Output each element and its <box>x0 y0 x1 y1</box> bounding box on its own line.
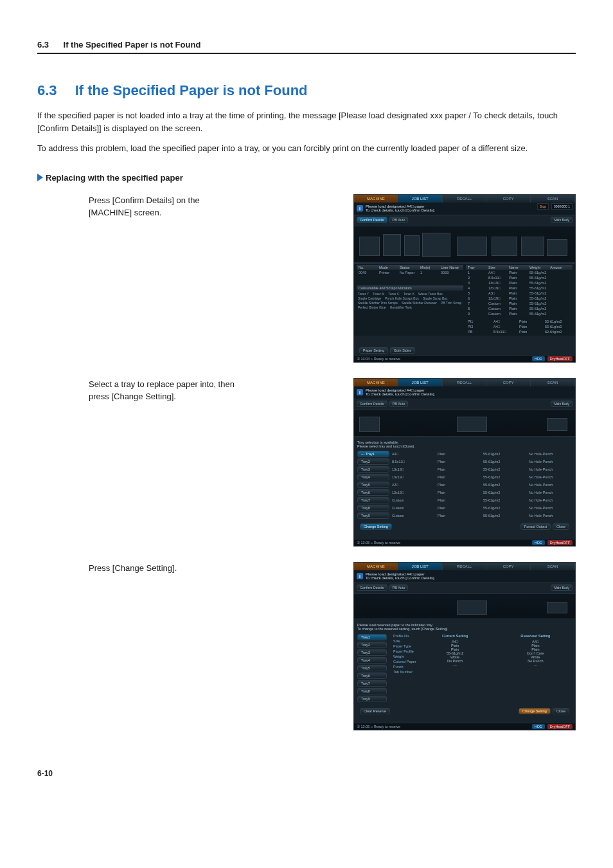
clear-reserve-button[interactable]: Clear Reserve <box>360 708 390 714</box>
confirm-details-button[interactable]: Confirm Details <box>357 217 387 223</box>
tab-joblist[interactable]: JOB LIST <box>398 195 443 203</box>
screen-footer: ① 13:05 ⌂ Ready to receive HDD DryHeatOF… <box>354 539 575 546</box>
close-button[interactable]: Close <box>553 523 569 530</box>
screen-tabs: MACHINE JOB LIST RECALL COPY SCAN <box>354 379 575 386</box>
info-bar: i Please load designated A4□ paper To ch… <box>354 386 575 399</box>
step-1-screenshot: MACHINE JOB LIST RECALL COPY SCAN i Plea… <box>353 194 576 363</box>
confirm-details-button[interactable]: Confirm Details <box>357 584 387 591</box>
reserved-row[interactable]: 0045 Printer No Paper 1 0033 <box>357 270 463 275</box>
confirm-details-button[interactable]: Confirm Details <box>357 401 387 407</box>
screen-footer: ① 13:05 ⌂ Ready to receive HDD DryHeatOF… <box>354 723 575 730</box>
tray-button[interactable]: Tray9 <box>357 696 387 702</box>
pi-tray-row: PI2A4□Plain55-61g/m2 <box>466 324 573 329</box>
tab-machine[interactable]: MACHINE <box>354 379 398 386</box>
tray-row: Tray9CustomPlain55-61g/m2No Hole-Punch <box>357 512 572 519</box>
paper-tray-row: 1A4□Plain55-61g/m2 <box>466 270 573 275</box>
current-value: --- <box>418 663 491 667</box>
tray-button[interactable]: Tray7 <box>357 680 387 687</box>
footer-time: ① 13:04 ⌂ Ready to receive <box>357 357 400 361</box>
step-1: Press [Confirm Details] on the [MACHINE]… <box>37 194 576 363</box>
tab-machine[interactable]: MACHINE <box>354 563 398 570</box>
tab-copy[interactable]: COPY <box>486 563 531 570</box>
tab-joblist[interactable]: JOB LIST <box>398 379 443 386</box>
pb-auto-pill[interactable]: PB Auto <box>389 401 409 407</box>
tray-button[interactable]: Tray3 <box>357 466 389 473</box>
step-2-text: Select a tray to replace paper into, the… <box>37 378 238 403</box>
setting-label: Tab Number <box>393 670 416 674</box>
info-icon: i <box>357 389 363 395</box>
dryheat-indicator: DryHeatOFF <box>547 724 573 729</box>
paper-tray-row: 413x19□Plain55-61g/m2 <box>466 285 573 291</box>
tray-button[interactable]: Tray6 <box>357 489 389 496</box>
paper-tray-row: 313x19□Plain55-61g/m2 <box>466 280 573 285</box>
tab-scan[interactable]: SCAN <box>531 563 575 570</box>
forced-output-button[interactable]: Forced Output <box>520 523 551 530</box>
mainbody-label: Main Body <box>551 584 573 591</box>
dryheat-indicator: DryHeatOFF <box>547 540 573 545</box>
tray-button[interactable]: Tray2 <box>357 458 389 465</box>
machine-screen-1: MACHINE JOB LIST RECALL COPY SCAN i Plea… <box>353 194 576 363</box>
section-heading: 6.3 If the Specified Paper is not Found <box>37 82 576 99</box>
pb-auto-pill[interactable]: PB Auto <box>389 217 409 223</box>
info-icon: i <box>357 573 363 579</box>
setting-label: Colored Paper <box>393 660 416 664</box>
tab-machine[interactable]: MACHINE <box>354 195 398 203</box>
paper-tray-row: 613x19□Plain55-61g/m2 <box>466 296 573 301</box>
tray-button[interactable]: Tray4 <box>357 657 387 664</box>
hdd-indicator: HDD <box>532 540 545 545</box>
info-text: Please load designated A4□ paper To chec… <box>366 388 573 397</box>
tray-row: Tray7CustomPlain55-61g/m2No Hole-Punch <box>357 497 572 503</box>
tab-copy[interactable]: COPY <box>486 195 531 203</box>
tray-button[interactable]: Tray5 <box>357 665 387 671</box>
tray-button[interactable]: Tray7 <box>357 497 389 503</box>
section-number: 6.3 <box>37 82 57 98</box>
close-button[interactable]: Close <box>553 708 569 714</box>
tray-button[interactable]: --- Tray1 <box>357 451 389 457</box>
tab-copy[interactable]: COPY <box>486 379 531 386</box>
tab-scan[interactable]: SCAN <box>531 379 575 386</box>
hdd-indicator: HDD <box>532 356 545 361</box>
paper-tray-row: 9CustomPlain55-61g/m2 <box>466 311 573 316</box>
tab-recall[interactable]: RECALL <box>443 379 487 386</box>
tray-row: Tray613x19□Plain55-61g/m2No Hole-Punch <box>357 489 572 496</box>
change-setting-button[interactable]: Change Setting <box>360 523 392 530</box>
machine-screen-3: MACHINE JOB LIST RECALL COPY SCAN i Plea… <box>353 562 576 730</box>
tray-button[interactable]: Tray5 <box>357 482 389 488</box>
pi-tray-row: PB8.5x11□Plain62-64g/m2 <box>466 329 573 334</box>
reserved-setting-header: Reserved Setting <box>499 634 572 638</box>
tab-recall[interactable]: RECALL <box>443 195 487 203</box>
tray-button[interactable]: Tray1 <box>357 634 387 640</box>
both-sides-button[interactable]: Both Sides <box>390 347 415 354</box>
info-icon: i <box>357 205 363 212</box>
paper-setting-button[interactable]: Paper Setting <box>359 347 388 354</box>
machine-diagram <box>354 410 575 437</box>
subheading: Replacing with the specified paper <box>37 173 576 183</box>
tray-select-note: Tray selection is available. Please sele… <box>357 440 572 449</box>
tab-scan[interactable]: SCAN <box>531 195 575 203</box>
screen-tabs: MACHINE JOB LIST RECALL COPY SCAN <box>354 563 575 570</box>
tab-joblist[interactable]: JOB LIST <box>398 563 443 570</box>
tab-recall[interactable]: RECALL <box>443 563 487 570</box>
section-paragraph-1: If the specified paper is not loaded int… <box>37 109 576 134</box>
paper-tray-row: 8CustomPlain55-61g/m2 <box>466 306 573 311</box>
pb-auto-pill[interactable]: PB Auto <box>389 584 409 591</box>
tray-button[interactable]: Tray4 <box>357 474 389 480</box>
tray-button[interactable]: Tray8 <box>357 688 387 694</box>
hdd-indicator: HDD <box>532 724 545 729</box>
tray-button[interactable]: Tray3 <box>357 649 387 656</box>
tray-button[interactable]: Tray9 <box>357 512 389 519</box>
change-setting-button[interactable]: Change Setting <box>519 708 551 714</box>
footer-time: ① 13:05 ⌂ Ready to receive <box>357 541 400 545</box>
tray-button[interactable]: Tray8 <box>357 505 389 511</box>
step-3-screenshot: MACHINE JOB LIST RECALL COPY SCAN i Plea… <box>353 562 576 730</box>
setting-label: Profile No. <box>393 634 416 638</box>
screen-footer: ① 13:04 ⌂ Ready to receive HDD DryHeatOF… <box>354 355 575 362</box>
header-section-number: 6.3 <box>37 40 49 50</box>
tray-button[interactable]: Tray2 <box>357 642 387 648</box>
tray-button[interactable]: Tray6 <box>357 673 387 679</box>
step-2: Select a tray to replace paper into, the… <box>37 378 576 547</box>
paper-tray-row: 28.5x11□Plain55-61g/m2 <box>466 275 573 280</box>
triangle-icon <box>37 174 43 181</box>
machine-screen-2: MACHINE JOB LIST RECALL COPY SCAN i Plea… <box>353 378 576 547</box>
tray-select-panel: Tray selection is available. Please sele… <box>354 437 575 534</box>
